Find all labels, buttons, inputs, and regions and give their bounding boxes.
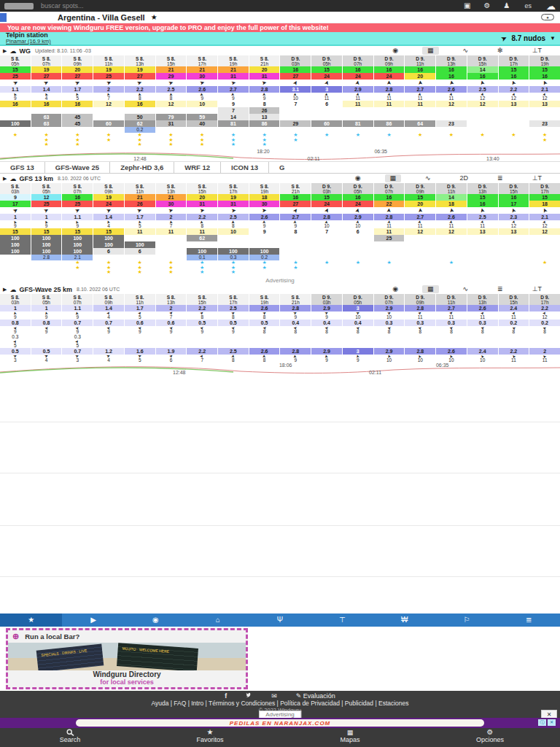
user-icon[interactable]: ♟ (504, 2, 510, 9)
row-precip_mm: 0.2 (0, 127, 560, 133)
rating-stars: ★★ (529, 133, 560, 149)
row-stars: ★★★★★★★★★★★★★★★★★★★★★★★★★★ (0, 260, 560, 276)
compare-view-icon[interactable]: ≣ (492, 285, 508, 293)
model-icon: ☁ (9, 286, 16, 293)
tab-zephr-hd-3-6[interactable]: Zephr-HD 3,6 (110, 162, 174, 173)
collapse-arrow-icon[interactable]: ▶ (3, 48, 7, 54)
row-stars: ★★★★★★★★★★★★★★★★★★★★★★★★★★★★★★★★★★★ (0, 133, 560, 149)
maps-icon: ▦ (347, 729, 354, 736)
row-swell1_m: 0.80.80.70.70.60.60.50.50.50.40.40.40.30… (0, 320, 560, 326)
wind-arrow-icon: ➤ (467, 80, 498, 86)
table-view-icon[interactable]: ▦ (422, 47, 439, 55)
directory-ad-card[interactable]: ⊕ Run a local Bar? SPECIALS · DRINKS · L… (6, 628, 248, 689)
graph-view-icon[interactable]: ∿ (458, 285, 474, 293)
rating-stars (31, 260, 62, 276)
nav-label: Search (60, 736, 81, 743)
review-icon[interactable]: ✎ Evaluación (296, 692, 335, 700)
rating-stars: ★★★ (156, 260, 187, 276)
shopping-icon[interactable]: ₩ (373, 614, 435, 627)
menu-button[interactable] (4, 3, 34, 9)
graph-view-icon[interactable]: ∿ (458, 47, 474, 55)
facebook-icon[interactable]: f (225, 692, 227, 700)
table-view-icon[interactable]: ▦ (422, 285, 439, 293)
webcams-icon[interactable]: ▶ (62, 614, 124, 627)
wind-arrow-icon: ➤ (499, 80, 529, 86)
directory-list-icon[interactable]: ≣ (498, 614, 560, 627)
ad-banner[interactable]: PEDILAS EN NARANJAX.COM ⓘ ✕ (0, 718, 560, 728)
circled-plus-icon: ⊕ (12, 632, 19, 641)
tab-wrf-12[interactable]: WRF 12 (174, 162, 221, 173)
forecast-table-gfs13: ▶☁GFS 13 km8.10. 2022 06 UTC◉▦∿2D≣⊥TS 8.… (0, 174, 560, 276)
wind-arrow-icon: ➤ (125, 80, 155, 86)
row-wave_m: 1.11.41.722.22.52.62.72.83.132.92.82.72.… (0, 86, 560, 93)
tide-icon[interactable]: ⊥T (527, 47, 547, 55)
restaurant-icon[interactable]: Ψ (249, 614, 311, 627)
windguru-logo-icon[interactable]: ☁ (546, 1, 556, 12)
search-input[interactable] (39, 1, 451, 10)
wind-arrow-icon: ➤ (405, 80, 435, 86)
language-selector[interactable]: es (524, 2, 532, 9)
twitter-icon[interactable] (246, 692, 252, 700)
settings-gear-icon[interactable]: ⚙ (484, 2, 491, 9)
compare-view-icon[interactable]: ≣ (492, 174, 508, 182)
wind-arrow-icon: ➤ (529, 207, 560, 214)
accommodation-icon[interactable]: ⌂ (187, 614, 249, 627)
model-title: GFS 13 km (19, 175, 53, 182)
spot-header: Argentina - Villa Gesell ★ ● (0, 12, 560, 23)
model-icon: ☁ (9, 47, 16, 55)
tab-icon-13[interactable]: ICON 13 (221, 162, 269, 173)
eye-icon[interactable]: ◉ (387, 285, 403, 293)
footer: f ✉ ✎ Evaluación Ayuda | FAQ | Intro | T… (0, 691, 560, 718)
adchoices-icon[interactable]: ⓘ (538, 719, 546, 726)
beach-umbrella-icon[interactable]: ⊤ (311, 614, 373, 627)
nav-mapas[interactable]: ▦Mapas (280, 728, 420, 747)
tide-icon[interactable]: ⊥T (527, 174, 547, 182)
webcam-icon[interactable]: ▣ (464, 2, 470, 9)
special-view-icon[interactable]: ✻ (492, 47, 508, 55)
email-icon[interactable]: ✉ (271, 692, 277, 700)
forecast-table-wg: ▶☁WGUpdated: 8.10. 11:06 -03◉▦∿✻⊥TS 8.05… (0, 46, 560, 161)
row-wave_total_period_s: ➤9➤9➤9➤4➤5➤7➤8➤8➤8➤9➤9➤10➤10➤11➤11➤11➤11… (0, 311, 560, 320)
spot-toolbar: ★▶◉⌂Ψ⊤₩⚐≣ (0, 614, 560, 627)
table-view-icon[interactable]: ▦ (385, 174, 402, 182)
sun-time: 02:11 (308, 156, 320, 161)
favorites-star-icon[interactable]: ★ (0, 614, 62, 627)
station-bar[interactable]: Telpin station Pinamar (16.9 km) ➤ 8.7 n… (0, 32, 560, 46)
wind-arrow-icon: ➤ (0, 80, 31, 86)
favorite-star-icon[interactable]: ★ (151, 13, 158, 21)
row-wind_knots: 151920191921212120161516161616141515 (0, 66, 560, 73)
rating-stars: ★ (529, 260, 560, 276)
nav-opciones[interactable]: ⚙Opciones (420, 728, 560, 747)
upgrade-banner[interactable]: You are now viewing Windguru FREE versio… (0, 23, 560, 32)
wind-arrow-icon: ➤ (218, 80, 249, 86)
station-location[interactable]: Pinamar (16.9 km) (6, 39, 51, 44)
rating-stars: ★★★ (31, 133, 62, 149)
visibility-toggle-icon[interactable]: ● (541, 14, 554, 20)
row-cloud_mid_pct: 63455079591413 (0, 114, 560, 120)
nav-favoritos[interactable]: ★Favoritos (140, 728, 280, 747)
nav-search[interactable]: Search (0, 728, 140, 747)
row-wave_m: 111.11.41.722.22.52.62.72.82.92.82.72.62… (0, 214, 560, 220)
wind-arrow-icon: ➤ (405, 207, 435, 214)
model-updated: Updated: 8.10. 11:06 -03 (35, 48, 91, 53)
chevron-down-icon[interactable]: ▼ (550, 35, 556, 42)
collapse-arrow-icon[interactable]: ▶ (3, 176, 7, 182)
model-icon: ☁ (9, 175, 16, 182)
sun-moon-line: 12:4818:0602:1106:35 (0, 363, 560, 375)
tab-gfs-wave-25[interactable]: GFS-Wave 25 (45, 162, 110, 173)
collapse-arrow-icon[interactable]: ▶ (3, 287, 7, 293)
ad-close-icon[interactable]: ✕ (548, 719, 556, 726)
row-cloud_low_pct: 100634560623140818629608186642323 (0, 120, 560, 127)
ad-banner-text: PEDILAS EN NARANJAX.COM (230, 720, 331, 727)
eye-icon[interactable]: ◉ (387, 47, 403, 55)
2d-view-icon[interactable]: 2D (455, 174, 474, 182)
tide-icon[interactable]: ⊥T (527, 285, 547, 293)
transport-icon[interactable]: ⚐ (435, 614, 497, 627)
tab-gfs-13[interactable]: GFS 13 (0, 162, 45, 173)
eye-icon[interactable]: ◉ (350, 174, 366, 182)
graph-view-icon[interactable]: ∿ (420, 174, 436, 182)
row-cloud_high_pct: 726 (0, 107, 560, 114)
tab-g[interactable]: G (269, 162, 560, 173)
web-icon[interactable]: ◉ (125, 614, 187, 627)
wind-arrow-icon: ➤ (529, 80, 560, 86)
